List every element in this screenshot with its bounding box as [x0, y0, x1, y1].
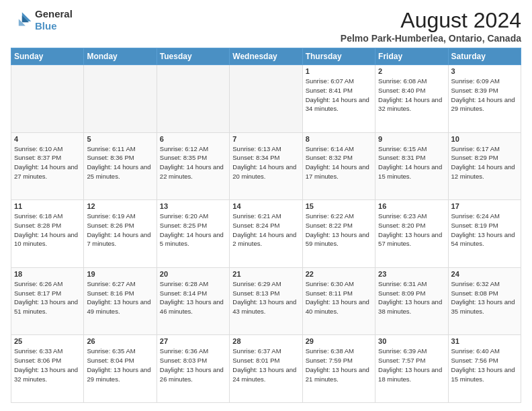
title-section: August 2024 Pelmo Park-Humberlea, Ontari…	[341, 8, 521, 44]
subtitle: Pelmo Park-Humberlea, Ontario, Canada	[341, 33, 521, 44]
logo-line2: Blue	[35, 20, 73, 32]
calendar-cell: 8Sunrise: 6:14 AM Sunset: 8:32 PM Daylig…	[302, 132, 375, 200]
page: General Blue August 2024 Pelmo Park-Humb…	[0, 0, 532, 411]
calendar-cell	[84, 65, 157, 133]
day-info: Sunrise: 6:08 AM Sunset: 8:40 PM Dayligh…	[378, 77, 445, 113]
day-info: Sunrise: 6:10 AM Sunset: 8:37 PM Dayligh…	[14, 144, 81, 181]
day-info: Sunrise: 6:33 AM Sunset: 8:06 PM Dayligh…	[14, 347, 81, 383]
day-number: 28	[232, 337, 299, 345]
calendar-cell: 1Sunrise: 6:07 AM Sunset: 8:41 PM Daylig…	[302, 65, 375, 133]
calendar-cell: 31Sunrise: 6:40 AM Sunset: 7:56 PM Dayli…	[448, 335, 521, 403]
calendar-cell: 13Sunrise: 6:20 AM Sunset: 8:25 PM Dayli…	[157, 200, 229, 268]
calendar-cell: 14Sunrise: 6:21 AM Sunset: 8:24 PM Dayli…	[230, 200, 302, 268]
calendar-cell: 20Sunrise: 6:28 AM Sunset: 8:14 PM Dayli…	[157, 267, 229, 335]
calendar-header-friday: Friday	[375, 48, 448, 65]
day-info: Sunrise: 6:09 AM Sunset: 8:39 PM Dayligh…	[451, 77, 518, 113]
calendar-cell: 9Sunrise: 6:15 AM Sunset: 8:31 PM Daylig…	[375, 132, 448, 200]
day-number: 7	[232, 135, 299, 143]
day-info: Sunrise: 6:39 AM Sunset: 7:57 PM Dayligh…	[378, 347, 445, 383]
calendar-week-4: 18Sunrise: 6:26 AM Sunset: 8:17 PM Dayli…	[11, 267, 521, 335]
calendar-cell: 22Sunrise: 6:30 AM Sunset: 8:11 PM Dayli…	[302, 267, 375, 335]
main-title: August 2024	[341, 8, 521, 33]
day-info: Sunrise: 6:31 AM Sunset: 8:09 PM Dayligh…	[378, 279, 445, 316]
calendar-header-thursday: Thursday	[302, 48, 375, 65]
day-info: Sunrise: 6:32 AM Sunset: 8:08 PM Dayligh…	[451, 279, 518, 316]
day-info: Sunrise: 6:13 AM Sunset: 8:34 PM Dayligh…	[232, 144, 299, 181]
calendar-week-2: 4Sunrise: 6:10 AM Sunset: 8:37 PM Daylig…	[11, 132, 521, 200]
day-number: 10	[451, 135, 518, 143]
calendar-cell: 23Sunrise: 6:31 AM Sunset: 8:09 PM Dayli…	[375, 267, 448, 335]
calendar-cell: 21Sunrise: 6:29 AM Sunset: 8:13 PM Dayli…	[230, 267, 302, 335]
day-number: 25	[14, 337, 81, 345]
day-number: 11	[14, 202, 81, 210]
calendar-header-saturday: Saturday	[448, 48, 521, 65]
calendar-cell: 28Sunrise: 6:37 AM Sunset: 8:01 PM Dayli…	[230, 335, 302, 403]
calendar-cell: 27Sunrise: 6:36 AM Sunset: 8:03 PM Dayli…	[157, 335, 229, 403]
day-info: Sunrise: 6:17 AM Sunset: 8:29 PM Dayligh…	[451, 144, 518, 181]
calendar-cell: 19Sunrise: 6:27 AM Sunset: 8:16 PM Dayli…	[84, 267, 157, 335]
day-info: Sunrise: 6:38 AM Sunset: 7:59 PM Dayligh…	[306, 347, 372, 383]
day-number: 16	[378, 202, 445, 210]
day-info: Sunrise: 6:35 AM Sunset: 8:04 PM Dayligh…	[87, 347, 153, 383]
day-number: 27	[160, 337, 226, 345]
day-info: Sunrise: 6:15 AM Sunset: 8:31 PM Dayligh…	[378, 144, 445, 181]
day-info: Sunrise: 6:22 AM Sunset: 8:22 PM Dayligh…	[306, 212, 372, 248]
day-info: Sunrise: 6:24 AM Sunset: 8:19 PM Dayligh…	[451, 212, 518, 248]
calendar-cell: 15Sunrise: 6:22 AM Sunset: 8:22 PM Dayli…	[302, 200, 375, 268]
calendar-header-sunday: Sunday	[11, 48, 84, 65]
calendar-cell: 29Sunrise: 6:38 AM Sunset: 7:59 PM Dayli…	[302, 335, 375, 403]
calendar-cell	[157, 65, 229, 133]
calendar-cell: 25Sunrise: 6:33 AM Sunset: 8:06 PM Dayli…	[11, 335, 84, 403]
day-number: 4	[14, 135, 81, 143]
day-number: 13	[160, 202, 226, 210]
calendar: SundayMondayTuesdayWednesdayThursdayFrid…	[11, 48, 521, 403]
calendar-header-monday: Monday	[84, 48, 157, 65]
logo: General Blue	[11, 8, 73, 32]
day-info: Sunrise: 6:18 AM Sunset: 8:28 PM Dayligh…	[14, 212, 81, 248]
day-number: 9	[378, 135, 445, 143]
calendar-cell	[230, 65, 302, 133]
day-info: Sunrise: 6:29 AM Sunset: 8:13 PM Dayligh…	[232, 279, 299, 316]
day-number: 15	[306, 202, 372, 210]
day-number: 2	[378, 67, 445, 75]
day-info: Sunrise: 6:20 AM Sunset: 8:25 PM Dayligh…	[160, 212, 226, 248]
day-number: 18	[14, 270, 81, 278]
day-info: Sunrise: 6:11 AM Sunset: 8:36 PM Dayligh…	[87, 144, 153, 181]
calendar-cell: 18Sunrise: 6:26 AM Sunset: 8:17 PM Dayli…	[11, 267, 84, 335]
calendar-cell: 2Sunrise: 6:08 AM Sunset: 8:40 PM Daylig…	[375, 65, 448, 133]
logo-icon	[11, 11, 32, 30]
day-number: 17	[451, 202, 518, 210]
header: General Blue August 2024 Pelmo Park-Humb…	[11, 8, 521, 44]
day-number: 8	[306, 135, 372, 143]
day-info: Sunrise: 6:40 AM Sunset: 7:56 PM Dayligh…	[451, 347, 518, 383]
calendar-cell: 12Sunrise: 6:19 AM Sunset: 8:26 PM Dayli…	[84, 200, 157, 268]
day-number: 22	[306, 270, 372, 278]
logo-line1: General	[35, 8, 73, 20]
day-number: 30	[378, 337, 445, 345]
day-number: 26	[87, 337, 153, 345]
calendar-cell: 10Sunrise: 6:17 AM Sunset: 8:29 PM Dayli…	[448, 132, 521, 200]
day-number: 6	[160, 135, 226, 143]
day-info: Sunrise: 6:36 AM Sunset: 8:03 PM Dayligh…	[160, 347, 226, 383]
day-info: Sunrise: 6:28 AM Sunset: 8:14 PM Dayligh…	[160, 279, 226, 316]
day-number: 31	[451, 337, 518, 345]
day-number: 3	[451, 67, 518, 75]
day-info: Sunrise: 6:14 AM Sunset: 8:32 PM Dayligh…	[306, 144, 372, 181]
day-info: Sunrise: 6:37 AM Sunset: 8:01 PM Dayligh…	[232, 347, 299, 383]
calendar-cell: 7Sunrise: 6:13 AM Sunset: 8:34 PM Daylig…	[230, 132, 302, 200]
calendar-cell: 6Sunrise: 6:12 AM Sunset: 8:35 PM Daylig…	[157, 132, 229, 200]
calendar-cell: 30Sunrise: 6:39 AM Sunset: 7:57 PM Dayli…	[375, 335, 448, 403]
day-info: Sunrise: 6:30 AM Sunset: 8:11 PM Dayligh…	[306, 279, 372, 316]
day-number: 5	[87, 135, 153, 143]
calendar-cell	[11, 65, 84, 133]
day-number: 12	[87, 202, 153, 210]
calendar-cell: 24Sunrise: 6:32 AM Sunset: 8:08 PM Dayli…	[448, 267, 521, 335]
day-number: 21	[232, 270, 299, 278]
day-number: 14	[232, 202, 299, 210]
calendar-cell: 16Sunrise: 6:23 AM Sunset: 8:20 PM Dayli…	[375, 200, 448, 268]
calendar-week-3: 11Sunrise: 6:18 AM Sunset: 8:28 PM Dayli…	[11, 200, 521, 268]
calendar-week-5: 25Sunrise: 6:33 AM Sunset: 8:06 PM Dayli…	[11, 335, 521, 403]
day-info: Sunrise: 6:23 AM Sunset: 8:20 PM Dayligh…	[378, 212, 445, 248]
calendar-cell: 17Sunrise: 6:24 AM Sunset: 8:19 PM Dayli…	[448, 200, 521, 268]
day-number: 20	[160, 270, 226, 278]
